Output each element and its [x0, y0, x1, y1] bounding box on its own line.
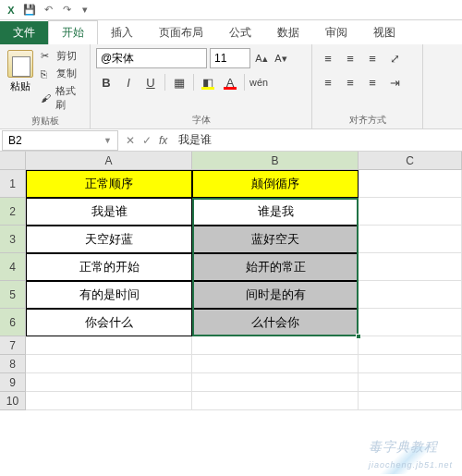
fill-handle[interactable]	[356, 334, 361, 339]
scissors-icon: ✂	[41, 50, 54, 62]
separator	[164, 74, 165, 91]
redo-icon[interactable]: ↷	[59, 3, 74, 18]
cell-C4[interactable]	[359, 253, 462, 281]
row-header-3[interactable]: 3	[0, 226, 26, 253]
align-middle-button[interactable]: ≡	[340, 48, 360, 68]
tab-pagelayout[interactable]: 页面布局	[146, 21, 216, 44]
format-painter-label: 格式刷	[55, 84, 82, 112]
italic-button[interactable]: I	[118, 72, 139, 92]
format-painter-button[interactable]: 🖌格式刷	[39, 83, 84, 113]
col-header-A[interactable]: A	[26, 152, 192, 170]
cell-B2[interactable]: 谁是我	[192, 198, 359, 226]
cut-label: 剪切	[56, 49, 77, 63]
row-header-10[interactable]: 10	[0, 392, 26, 410]
qat-dropdown-icon[interactable]: ▾	[78, 3, 92, 18]
tab-data[interactable]: 数据	[264, 21, 312, 44]
row-header-1[interactable]: 1	[0, 170, 26, 198]
row-header-6[interactable]: 6	[0, 309, 26, 336]
cut-button[interactable]: ✂剪切	[39, 48, 84, 64]
cell-A3[interactable]: 天空好蓝	[26, 226, 192, 253]
cell-B4[interactable]: 始开的常正	[192, 253, 359, 281]
cell-A2[interactable]: 我是谁	[26, 198, 192, 226]
cell-C9[interactable]	[359, 373, 462, 392]
font-color-swatch-icon	[224, 87, 237, 90]
cell-A6[interactable]: 你会什么	[26, 309, 192, 336]
cell-C3[interactable]	[359, 226, 462, 253]
cell-A9[interactable]	[26, 373, 192, 392]
cell-B6[interactable]: 么什会你	[192, 309, 359, 336]
row-header-9[interactable]: 9	[0, 373, 26, 392]
save-icon[interactable]: 💾	[22, 3, 37, 18]
fill-color-button[interactable]: ◧	[198, 72, 218, 92]
phonetic-button[interactable]: wén	[249, 72, 269, 92]
cancel-icon[interactable]: ✕	[126, 134, 135, 147]
cell-B10[interactable]	[192, 392, 359, 410]
select-all-corner[interactable]	[0, 152, 26, 170]
underline-button[interactable]: U	[140, 72, 161, 92]
cell-B5[interactable]: 间时是的有	[192, 281, 359, 309]
cell-B8[interactable]	[192, 355, 359, 373]
cell-B3[interactable]: 蓝好空天	[192, 226, 359, 253]
cell-A1[interactable]: 正常顺序	[26, 170, 192, 198]
tab-file[interactable]: 文件	[0, 21, 48, 44]
tab-insert[interactable]: 插入	[98, 21, 146, 44]
cell-A7[interactable]	[26, 336, 192, 355]
enter-icon[interactable]: ✓	[142, 134, 152, 147]
name-box[interactable]: B2 ▼	[2, 130, 118, 151]
watermark-text: 毒字典教程 jiaocheng.jb51.net	[369, 439, 453, 470]
col-header-C[interactable]: C	[359, 152, 462, 170]
tab-formulas[interactable]: 公式	[216, 21, 264, 44]
cell-C5[interactable]	[359, 281, 462, 309]
cell-C1[interactable]	[359, 170, 462, 198]
cell-A4[interactable]: 正常的开始	[26, 253, 192, 281]
spreadsheet-grid[interactable]: A B C 1 正常顺序 颠倒循序 2 我是谁 谁是我 3 天空好蓝 蓝好空天 …	[0, 152, 462, 410]
decrease-font-icon[interactable]: A▾	[273, 48, 289, 68]
align-top-button[interactable]: ≡	[318, 48, 338, 68]
chevron-down-icon: ▼	[103, 136, 112, 145]
cell-C6[interactable]	[359, 309, 462, 336]
cell-A5[interactable]: 有的是时间	[26, 281, 192, 309]
cell-B9[interactable]	[192, 373, 359, 392]
tab-home[interactable]: 开始	[48, 20, 98, 44]
copy-icon: ⎘	[41, 68, 54, 79]
fill-swatch-icon	[201, 87, 214, 90]
formula-input[interactable]: 我是谁	[173, 132, 462, 148]
group-clipboard: 粘贴 ✂剪切 ⎘复制 🖌格式刷 剪贴板	[0, 44, 91, 128]
row-header-8[interactable]: 8	[0, 355, 26, 373]
col-header-B[interactable]: B	[192, 152, 359, 170]
increase-font-icon[interactable]: A▴	[253, 48, 270, 68]
border-button[interactable]: ▦	[169, 72, 189, 92]
align-group-label: 对齐方式	[318, 112, 417, 127]
cell-C10[interactable]	[359, 392, 462, 410]
tab-review[interactable]: 审阅	[312, 21, 360, 44]
align-center-button[interactable]: ≡	[340, 72, 360, 92]
group-font: A▴ A▾ B I U ▦ ◧ A wén 字体	[91, 44, 312, 128]
cell-B7[interactable]	[192, 336, 359, 355]
fx-icon[interactable]: fx	[159, 134, 167, 147]
cell-C7[interactable]	[359, 336, 462, 355]
indent-button[interactable]: ⇥	[384, 72, 405, 92]
cell-reference: B2	[8, 134, 22, 147]
undo-icon[interactable]: ↶	[41, 3, 55, 18]
cell-C2[interactable]	[359, 198, 462, 226]
row-header-4[interactable]: 4	[0, 253, 26, 281]
align-bottom-button[interactable]: ≡	[362, 48, 383, 68]
copy-button[interactable]: ⎘复制	[39, 66, 84, 81]
font-name-input[interactable]	[96, 48, 207, 68]
paste-button[interactable]: 粘贴	[6, 48, 35, 113]
row-header-2[interactable]: 2	[0, 198, 26, 226]
font-color-button[interactable]: A	[220, 72, 240, 92]
cell-B1[interactable]: 颠倒循序	[192, 170, 359, 198]
cell-C8[interactable]	[359, 355, 462, 373]
align-left-button[interactable]: ≡	[318, 72, 338, 92]
cell-A10[interactable]	[26, 392, 192, 410]
tab-view[interactable]: 视图	[360, 21, 408, 44]
separator	[244, 74, 245, 91]
align-right-button[interactable]: ≡	[362, 72, 383, 92]
cell-A8[interactable]	[26, 355, 192, 373]
bold-button[interactable]: B	[96, 72, 116, 92]
font-size-input[interactable]	[210, 48, 250, 68]
row-header-5[interactable]: 5	[0, 281, 26, 309]
orientation-button[interactable]: ⤢	[384, 48, 405, 68]
row-header-7[interactable]: 7	[0, 336, 26, 355]
